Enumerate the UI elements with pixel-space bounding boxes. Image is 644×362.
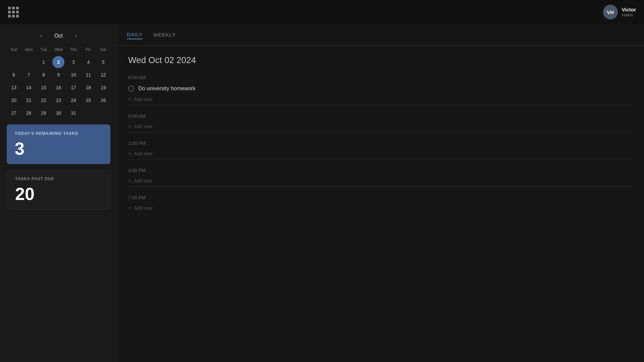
task-row: Do university homework <box>128 84 633 94</box>
remaining-tasks-label: TODAY'S REMAINING TASKS <box>15 131 102 136</box>
calendar-day[interactable]: 14 <box>23 82 35 94</box>
weekday-label: Mon <box>21 46 36 53</box>
time-slot: 4:00 PM+Add new <box>128 168 633 187</box>
weekday-label: Sun <box>7 46 21 53</box>
calendar-day[interactable]: 22 <box>38 94 50 106</box>
calendar-day[interactable]: 24 <box>67 94 80 106</box>
add-new-label: Add new <box>134 151 152 156</box>
tab-weekly[interactable]: WEEKLY <box>153 31 176 39</box>
calendar-day[interactable]: 30 <box>52 107 64 119</box>
calendar-day[interactable]: 26 <box>97 94 109 106</box>
calendar-day[interactable]: 19 <box>97 82 109 94</box>
calendar-day[interactable]: 11 <box>82 69 94 81</box>
calendar-day[interactable]: 7 <box>23 69 35 81</box>
calendar-day[interactable]: 27 <box>8 107 20 119</box>
time-label: 6:00 AM <box>128 75 633 80</box>
tab-bar: DAILYWEEKLY <box>117 24 644 46</box>
user-name: Victor <box>622 7 636 12</box>
divider <box>128 187 633 187</box>
calendar-day[interactable]: 3 <box>67 56 80 68</box>
calendar-day[interactable]: 13 <box>8 82 20 94</box>
calendar-header: ‹ Oct › <box>7 31 110 41</box>
calendar-day[interactable]: 1 <box>38 56 50 68</box>
remaining-tasks-card: TODAY'S REMAINING TASKS 3 <box>7 124 110 164</box>
tab-daily[interactable]: DAILY <box>127 30 143 39</box>
weekday-label: Wed <box>51 46 66 53</box>
time-label: 9:00 AM <box>128 113 633 119</box>
user-area[interactable]: VH Victor Halim <box>603 5 636 19</box>
user-info: Victor Halim <box>622 7 636 17</box>
right-panel: DAILYWEEKLY Wed Oct 02 2024 6:00 AMDo un… <box>117 24 644 362</box>
calendar-day[interactable]: 12 <box>97 69 109 81</box>
calendar-day[interactable]: 25 <box>82 94 94 106</box>
calendar-prev-button[interactable]: ‹ <box>38 31 45 41</box>
add-new-button[interactable]: +Add new <box>128 122 152 131</box>
remaining-tasks-count: 3 <box>15 140 102 157</box>
left-panel: ‹ Oct › SunMonTueWedThuFriSat 1234567891… <box>0 24 117 362</box>
avatar: VH <box>603 5 618 19</box>
calendar-month: Oct <box>50 33 67 39</box>
calendar-days: 1234567891011121314151617181920212223242… <box>7 56 110 119</box>
plus-icon: + <box>128 123 131 130</box>
calendar-day[interactable]: 23 <box>52 94 64 106</box>
calendar-day[interactable]: 16 <box>52 82 64 94</box>
add-new-button[interactable]: +Add new <box>128 95 152 104</box>
calendar-content: Wed Oct 02 2024 6:00 AMDo university hom… <box>117 46 644 362</box>
calendar-day[interactable]: 4 <box>82 56 94 68</box>
divider <box>128 159 633 160</box>
divider <box>128 132 633 133</box>
calendar-day[interactable]: 15 <box>38 82 50 94</box>
add-new-button[interactable]: +Add new <box>128 204 152 212</box>
calendar-day[interactable]: 5 <box>97 56 109 68</box>
calendar-day[interactable]: 10 <box>67 69 80 81</box>
time-slot: 6:00 AMDo university homework+Add new <box>128 75 633 105</box>
plus-icon: + <box>128 205 131 211</box>
calendar-day[interactable]: 29 <box>38 107 50 119</box>
past-due-count: 20 <box>15 185 102 203</box>
time-label: 7:00 PM <box>128 195 633 200</box>
calendar-day[interactable]: 6 <box>8 69 20 81</box>
time-label: 4:00 PM <box>128 168 633 173</box>
weekday-label: Tue <box>36 46 51 53</box>
calendar-day[interactable]: 28 <box>23 107 35 119</box>
weekday-label: Sat <box>96 46 110 53</box>
time-slot: 7:00 PM+Add new <box>128 195 633 212</box>
add-new-button[interactable]: +Add new <box>128 149 152 158</box>
time-label: 1:00 PM <box>128 141 633 146</box>
calendar-grid: SunMonTueWedThuFriSat 123456789101112131… <box>7 46 110 119</box>
topbar: VH Victor Halim <box>0 0 644 24</box>
main-layout: ‹ Oct › SunMonTueWedThuFriSat 1234567891… <box>0 24 644 362</box>
calendar-day[interactable]: 31 <box>67 107 80 119</box>
calendar-weekdays: SunMonTueWedThuFriSat <box>7 46 110 53</box>
divider <box>128 105 633 105</box>
app-grid-icon[interactable] <box>8 7 19 17</box>
add-new-label: Add new <box>134 205 152 211</box>
plus-icon: + <box>128 96 131 102</box>
calendar: ‹ Oct › SunMonTueWedThuFriSat 1234567891… <box>7 31 110 119</box>
calendar-day[interactable]: 17 <box>67 82 80 94</box>
calendar-date-heading: Wed Oct 02 2024 <box>128 55 633 65</box>
add-new-label: Add new <box>134 97 152 102</box>
calendar-next-button[interactable]: › <box>72 31 80 41</box>
calendar-day[interactable]: 20 <box>8 94 20 106</box>
calendar-day[interactable]: 8 <box>38 69 50 81</box>
time-slot: 1:00 PM+Add new <box>128 141 633 160</box>
weekday-label: Fri <box>81 46 96 53</box>
calendar-day <box>82 107 94 119</box>
time-slot: 9:00 AM+Add new <box>128 113 633 133</box>
calendar-day <box>8 56 20 68</box>
calendar-day[interactable]: 21 <box>23 94 35 106</box>
task-checkbox[interactable] <box>128 86 134 92</box>
weekday-label: Thu <box>66 46 81 53</box>
past-due-card: TASKS PAST DUE 20 <box>7 169 110 210</box>
plus-icon: + <box>128 151 131 157</box>
past-due-label: TASKS PAST DUE <box>15 176 102 181</box>
calendar-day <box>23 56 35 68</box>
calendar-day[interactable]: 18 <box>82 82 94 94</box>
calendar-day[interactable]: 9 <box>52 69 64 81</box>
plus-icon: + <box>128 178 131 184</box>
add-new-label: Add new <box>134 178 152 184</box>
calendar-day[interactable]: 2 <box>52 56 64 68</box>
calendar-day <box>97 107 109 119</box>
add-new-button[interactable]: +Add new <box>128 176 152 185</box>
